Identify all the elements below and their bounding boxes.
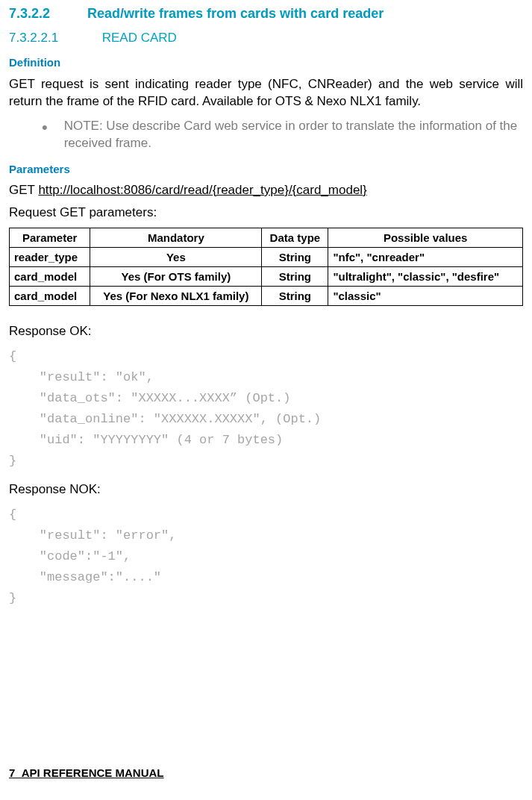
response-ok-code: { "result": "ok", "data_ots": "XXXXX...X…	[9, 346, 523, 472]
parameters-heading: Parameters	[9, 163, 523, 175]
get-url: http://localhost:8086/card/read/{reader_…	[38, 183, 366, 197]
cell-mandatory: Yes	[90, 247, 262, 266]
section-title: Read/write frames from cards with card r…	[87, 6, 384, 21]
get-label: GET	[9, 183, 38, 197]
subsection-number: 7.3.2.2.1	[9, 31, 98, 46]
definition-body: GET request is sent indicating reader ty…	[9, 76, 523, 110]
cell-mandatory: Yes (For Nexo NLX1 family)	[90, 286, 262, 305]
cell-datatype: String	[262, 247, 328, 266]
response-nok-code: { "result": "error", "code":"-1", "messa…	[9, 504, 523, 609]
table-row: card_model Yes (For OTS family) String "…	[10, 266, 523, 286]
note-block: • NOTE: Use describe Card web service in…	[9, 118, 523, 152]
response-ok-label: Response OK:	[9, 324, 523, 339]
note-text: NOTE: Use describe Card web service in o…	[64, 118, 523, 152]
parameters-table: Parameter Mandatory Data type Possible v…	[9, 228, 523, 306]
request-params-label: Request GET parameters:	[9, 205, 523, 220]
table-row: card_model Yes (For Nexo NLX1 family) St…	[10, 286, 523, 305]
cell-param: card_model	[10, 286, 90, 305]
th-possible-values: Possible values	[328, 228, 523, 247]
response-nok-label: Response NOK:	[9, 482, 523, 497]
section-heading-7-3-2-2-1: 7.3.2.2.1 READ CARD	[9, 31, 523, 46]
cell-datatype: String	[262, 266, 328, 286]
cell-param: card_model	[10, 266, 90, 286]
th-mandatory: Mandatory	[90, 228, 262, 247]
cell-datatype: String	[262, 286, 328, 305]
section-heading-7-3-2-2: 7.3.2.2 Read/write frames from cards wit…	[9, 6, 523, 22]
bullet-icon: •	[42, 119, 48, 152]
cell-pvals: "nfc", "cnreader"	[328, 247, 523, 266]
definition-heading: Definition	[9, 56, 523, 69]
get-request-line: GET http://localhost:8086/card/read/{rea…	[9, 183, 523, 198]
cell-pvals: "ultralight", "classic", "desfire"	[328, 266, 523, 286]
cell-pvals: "classic"	[328, 286, 523, 305]
th-datatype: Data type	[262, 228, 328, 247]
table-header-row: Parameter Mandatory Data type Possible v…	[10, 228, 523, 247]
table-row: reader_type Yes String "nfc", "cnreader"	[10, 247, 523, 266]
cell-param: reader_type	[10, 247, 90, 266]
th-parameter: Parameter	[10, 228, 90, 247]
section-number: 7.3.2.2	[9, 6, 84, 22]
footer-title: 7_API REFERENCE MANUAL	[9, 766, 164, 779]
cell-mandatory: Yes (For OTS family)	[90, 266, 262, 286]
subsection-title: READ CARD	[102, 31, 177, 45]
